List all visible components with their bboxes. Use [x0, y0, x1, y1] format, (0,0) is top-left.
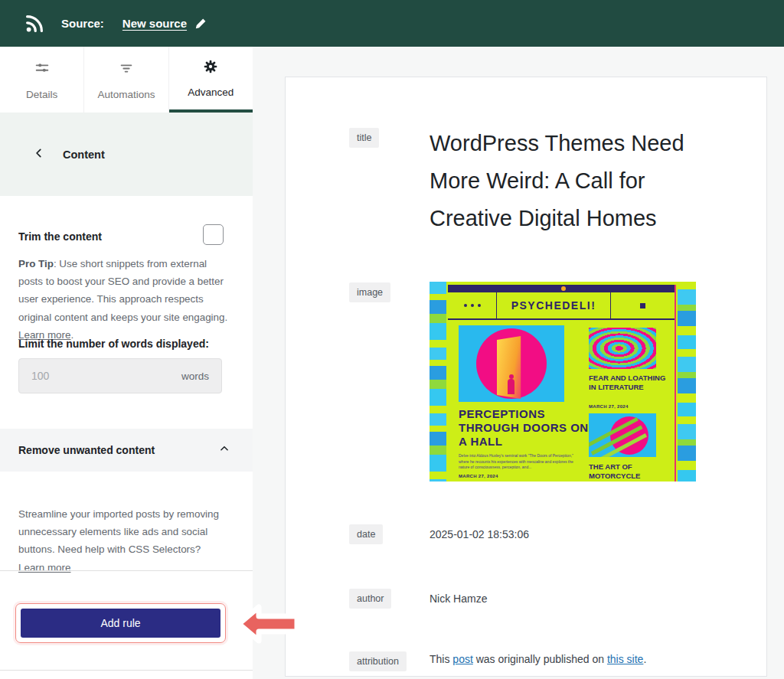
attribution-end: . — [643, 653, 646, 665]
tab-bar: Details Automations — [0, 47, 253, 113]
article3-title: THE ART OF MOTORCYCLE MAINTENANCE — [589, 462, 668, 482]
word-limit-suffix: words — [181, 371, 209, 382]
article1-date: MARCH 27, 2024 — [459, 474, 498, 478]
post-date: 2025-01-02 18:53:06 — [430, 528, 529, 540]
remove-section-text: Streamline your imported posts by removi… — [18, 505, 228, 576]
chevron-left-icon[interactable] — [34, 148, 44, 162]
attribution-site-link[interactable]: this site — [607, 653, 643, 665]
sliders-icon — [34, 60, 51, 80]
tab-details-label: Details — [26, 89, 57, 100]
featured-image-topbar — [448, 285, 675, 292]
chevron-up-icon[interactable] — [219, 443, 230, 457]
trim-content-checkbox[interactable] — [203, 224, 224, 245]
site-masthead: PSYCHEDELI! — [511, 299, 596, 312]
content-section-title: Content — [63, 149, 105, 161]
attribution-mid: was originally published on — [473, 653, 607, 665]
field-badge-title: title — [349, 128, 379, 148]
pro-tip-text: Pro Tip: Use short snippets from externa… — [18, 255, 228, 344]
article1-title: PERCEPTIONS THROUGH DOORS ON A HALL — [459, 407, 589, 449]
section-divider — [0, 570, 253, 571]
post-author: Nick Hamze — [430, 592, 487, 605]
post-preview-card: title WordPress Themes Need More Weird: … — [285, 77, 767, 677]
top-bar: Source: New source — [0, 0, 784, 47]
remove-unwanted-content-header[interactable]: Remove unwanted content — [0, 429, 253, 472]
tab-advanced[interactable]: Advanced — [169, 47, 253, 113]
remove-learn-more-link[interactable]: Learn more — [18, 562, 70, 573]
gear-icon — [203, 59, 218, 77]
content-section-header[interactable]: Content — [0, 113, 253, 196]
remove-section-title: Remove unwanted content — [18, 444, 155, 456]
post-attribution: This post was originally published on th… — [430, 653, 646, 665]
featured-image-body: PERCEPTIONS THROUGH DOORS ON A HALL Delv… — [448, 322, 675, 482]
attribution-post-link[interactable]: post — [452, 653, 472, 665]
tab-automations-label: Automations — [97, 89, 155, 100]
source-name-link[interactable]: New source — [122, 17, 187, 30]
site-masthead-cell: PSYCHEDELI! — [497, 292, 610, 318]
person-silhouette — [508, 379, 514, 394]
article2-date: MARCH 27, 2024 — [589, 404, 629, 409]
featured-image: PSYCHEDELI! PERCEPTIONS THROUGH DOORS ON… — [430, 282, 696, 482]
field-badge-attribution: attribution — [349, 651, 407, 671]
spiral-artwork — [589, 328, 656, 369]
motorcycle-artwork — [589, 413, 656, 457]
field-badge-author: author — [349, 589, 391, 609]
edit-pencil-icon[interactable] — [194, 18, 207, 30]
nav-glyphs — [448, 292, 497, 318]
article2-title: FEAR AND LOATHING IN LITERATURE — [589, 374, 668, 391]
field-badge-image: image — [349, 282, 390, 302]
settings-panel: Details Automations — [0, 47, 253, 679]
featured-image-frame: PSYCHEDELI! PERCEPTIONS THROUGH DOORS ON… — [448, 285, 676, 482]
nav-menu-glyph — [610, 292, 675, 318]
panel-footer-divider — [0, 670, 253, 671]
add-rule-button[interactable]: Add rule — [21, 609, 220, 638]
glitch-strip-left — [430, 282, 446, 482]
post-title: WordPress Themes Need More Weird: A Call… — [430, 125, 714, 237]
annotation-arrow-icon — [233, 600, 303, 651]
annotation-highlight: Add rule — [15, 603, 226, 643]
glitch-strip-right — [678, 282, 696, 482]
word-limit-field: words — [18, 358, 222, 393]
featured-image-nav: PSYCHEDELI! — [448, 292, 675, 320]
pro-tip-bold: Pro Tip — [18, 258, 54, 269]
door-artwork — [459, 325, 564, 402]
tab-automations[interactable]: Automations — [84, 47, 168, 113]
filter-icon — [118, 60, 135, 80]
remove-section-body: Streamline your imported posts by removi… — [18, 508, 219, 555]
rss-icon — [23, 12, 46, 35]
article1-excerpt: Delve into Aldous Huxley's seminal work … — [459, 453, 575, 471]
field-badge-date: date — [349, 524, 383, 544]
word-limit-label: Limit the number of words displayed: — [18, 338, 209, 350]
tab-details[interactable]: Details — [0, 47, 84, 113]
trim-content-label: Trim the content — [18, 230, 102, 243]
attribution-pre: This — [430, 653, 452, 665]
tab-advanced-label: Advanced — [188, 87, 234, 98]
source-label: Source: — [61, 17, 104, 30]
